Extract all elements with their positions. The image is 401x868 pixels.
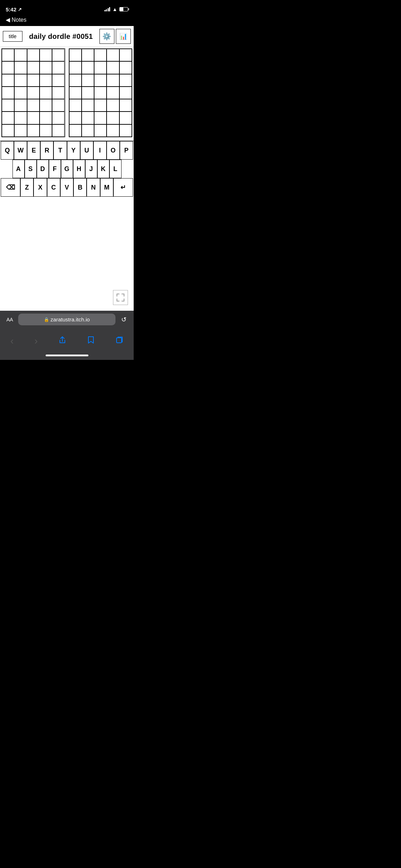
grid-cell <box>94 49 107 61</box>
bookmarks-icon <box>87 336 95 344</box>
key-c[interactable]: C <box>47 178 60 197</box>
wifi-icon: ▲ <box>112 6 117 12</box>
grid-cell <box>69 112 82 124</box>
svg-rect-0 <box>117 338 122 343</box>
grid-cell <box>52 99 65 112</box>
key-g[interactable]: G <box>61 160 73 178</box>
tabs-button[interactable] <box>110 333 129 349</box>
grid-cell <box>14 112 27 124</box>
keyboard: QWERTYUIOP ASDFGHJKL ⌫ZXCVBNM↵ <box>0 141 134 197</box>
aa-button[interactable]: AA <box>4 315 15 324</box>
grid-cell <box>107 49 119 61</box>
lock-icon: 🔒 <box>44 317 49 322</box>
key-e[interactable]: E <box>27 141 40 160</box>
key-h[interactable]: H <box>73 160 85 178</box>
grid-cell <box>2 99 14 112</box>
key-o[interactable]: O <box>107 141 120 160</box>
key-enter[interactable]: ↵ <box>113 178 133 197</box>
left-grid <box>1 48 65 137</box>
expand-button[interactable] <box>113 290 128 305</box>
grid-cell <box>82 112 94 124</box>
key-n[interactable]: N <box>87 178 100 197</box>
url-bar[interactable]: 🔒 zaratustra.itch.io <box>18 314 115 325</box>
key-r[interactable]: R <box>40 141 53 160</box>
grid-cell <box>82 87 94 99</box>
key-x[interactable]: X <box>34 178 47 197</box>
key-m[interactable]: M <box>100 178 113 197</box>
signal-icon <box>104 7 110 11</box>
bottom-nav: ‹ › <box>0 328 134 352</box>
back-button[interactable]: ‹ <box>5 332 19 350</box>
key-a[interactable]: A <box>12 160 25 178</box>
grid-cell <box>52 49 65 61</box>
grid-cell <box>107 124 119 137</box>
key-u[interactable]: U <box>80 141 93 160</box>
key-i[interactable]: I <box>93 141 107 160</box>
grid-cell <box>69 74 82 87</box>
key-d[interactable]: D <box>37 160 49 178</box>
settings-button[interactable]: ⚙️ <box>99 29 114 44</box>
key-z[interactable]: Z <box>20 178 34 197</box>
grid-cell <box>52 87 65 99</box>
refresh-button[interactable]: ↺ <box>118 314 129 325</box>
grid-cell <box>2 74 14 87</box>
grid-cell <box>14 74 27 87</box>
keyboard-row-1: QWERTYUIOP <box>1 141 133 160</box>
grid-cell <box>40 61 52 74</box>
share-button[interactable] <box>53 333 72 349</box>
grid-cell <box>40 124 52 137</box>
home-bar <box>46 355 88 356</box>
key-b[interactable]: B <box>73 178 87 197</box>
key-j[interactable]: J <box>85 160 97 178</box>
bottom-area <box>0 197 134 311</box>
bookmarks-button[interactable] <box>81 333 101 349</box>
key-f[interactable]: F <box>49 160 61 178</box>
grid-cell <box>119 61 132 74</box>
keyboard-row-3: ⌫ZXCVBNM↵ <box>1 178 133 197</box>
grid-cell <box>14 99 27 112</box>
header-icons: ⚙️ 📊 <box>99 29 131 44</box>
key-q[interactable]: Q <box>1 141 14 160</box>
grid-cell <box>52 74 65 87</box>
key-spacer-left <box>0 160 12 178</box>
game-title-text: daily dordle #0051 <box>29 32 93 40</box>
grid-cell <box>69 49 82 61</box>
grid-cell <box>107 112 119 124</box>
location-icon: ↗ <box>18 7 22 12</box>
grid-cell <box>119 124 132 137</box>
game-header: title daily dordle #0051 ⚙️ 📊 <box>0 26 134 47</box>
grid-cell <box>82 61 94 74</box>
game-container: title daily dordle #0051 ⚙️ 📊 QWERTYUIOP… <box>0 26 134 311</box>
back-label: ◀ Notes <box>6 16 26 23</box>
stats-button[interactable]: 📊 <box>116 29 131 44</box>
key-p[interactable]: P <box>120 141 133 160</box>
grid-cell <box>40 74 52 87</box>
stats-icon: 📊 <box>119 32 127 40</box>
key-t[interactable]: T <box>53 141 67 160</box>
right-grid <box>69 48 133 137</box>
grid-cell <box>107 74 119 87</box>
grid-cell <box>94 87 107 99</box>
grid-cell <box>119 99 132 112</box>
grid-cell <box>40 99 52 112</box>
battery-icon <box>119 7 128 11</box>
forward-button[interactable]: › <box>29 332 43 350</box>
grid-cell <box>14 124 27 137</box>
grid-cell <box>94 61 107 74</box>
grid-cell <box>52 112 65 124</box>
key-v[interactable]: V <box>60 178 73 197</box>
key-w[interactable]: W <box>14 141 27 160</box>
grid-cell <box>14 49 27 61</box>
game-title: daily dordle #0051 <box>29 32 93 41</box>
tabs-icon <box>115 336 123 344</box>
key-s[interactable]: S <box>25 160 37 178</box>
key-k[interactable]: K <box>97 160 109 178</box>
key-l[interactable]: L <box>109 160 122 178</box>
key-y[interactable]: Y <box>67 141 80 160</box>
back-to-notes[interactable]: ◀ Notes <box>6 16 128 23</box>
key-backspace[interactable]: ⌫ <box>1 178 20 197</box>
grid-cell <box>69 124 82 137</box>
grid-cell <box>40 87 52 99</box>
grid-cell <box>2 49 14 61</box>
grid-cell <box>27 74 40 87</box>
